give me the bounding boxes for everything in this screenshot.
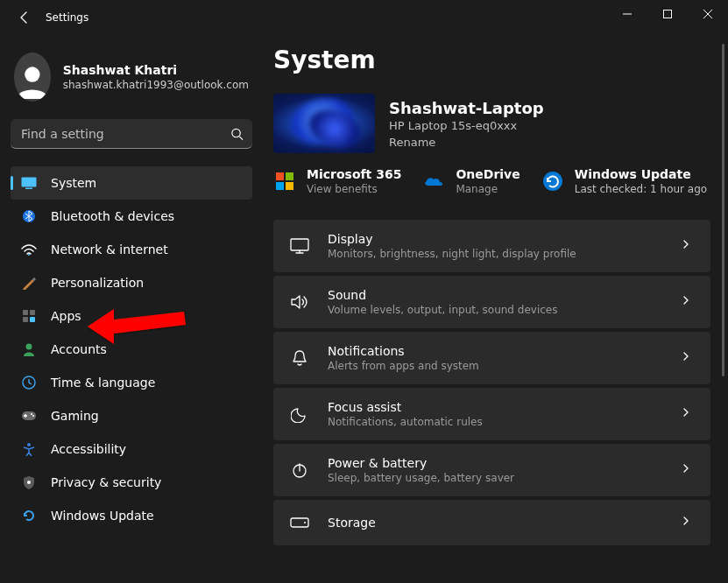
card-title: Display: [328, 232, 681, 246]
sidebar-item-label: Apps: [51, 309, 81, 323]
svg-point-6: [28, 254, 30, 256]
sidebar-item-personalization[interactable]: Personalization: [11, 266, 252, 299]
svg-point-1: [25, 67, 39, 81]
search-box[interactable]: [11, 119, 252, 149]
svg-point-11: [26, 344, 32, 350]
rename-link[interactable]: Rename: [389, 136, 544, 149]
minimize-icon: [623, 10, 632, 18]
m365-icon: [273, 170, 296, 193]
card-title: Storage: [328, 516, 681, 530]
accounts-icon: [21, 341, 37, 357]
sidebar-item-bluetooth[interactable]: Bluetooth & devices: [11, 200, 252, 233]
svg-point-14: [31, 413, 32, 415]
svg-point-17: [27, 481, 31, 484]
sidebar-item-time[interactable]: Time & language: [11, 366, 252, 399]
quick-link-winupdate[interactable]: Windows UpdateLast checked: 1 hour ago: [541, 167, 707, 195]
arrow-left-icon: [18, 11, 32, 25]
system-icon: [21, 175, 37, 191]
sidebar-item-apps[interactable]: Apps: [11, 299, 252, 333]
card-subtitle: Monitors, brightness, night light, displ…: [328, 248, 681, 260]
svg-rect-18: [276, 172, 284, 180]
chevron-right-icon: [681, 463, 695, 477]
privacy-icon: [21, 474, 37, 490]
sidebar-item-label: Windows Update: [51, 509, 154, 523]
minimize-button[interactable]: [607, 0, 647, 28]
device-wallpaper-thumb[interactable]: [273, 94, 375, 153]
sidebar-item-label: System: [51, 176, 96, 190]
setting-card-storage[interactable]: Storage: [273, 500, 710, 545]
gaming-icon: [21, 408, 37, 424]
sidebar-item-label: Gaming: [51, 409, 99, 423]
profile-name: Shashwat Khatri: [63, 63, 249, 77]
card-subtitle: Alerts from apps and system: [328, 360, 681, 372]
sidebar-item-network[interactable]: Network & internet: [11, 233, 252, 266]
svg-point-15: [32, 415, 34, 417]
profile-section[interactable]: Shashwat Khatri shashwat.khatri1993@outl…: [11, 46, 252, 119]
close-icon: [703, 10, 712, 18]
setting-card-display[interactable]: DisplayMonitors, brightness, night light…: [273, 220, 710, 272]
quick-sub: Last checked: 1 hour ago: [575, 183, 707, 195]
winupdate-icon: [541, 170, 564, 193]
svg-point-26: [304, 522, 306, 523]
chevron-right-icon: [681, 516, 695, 530]
sidebar-item-update[interactable]: Windows Update: [11, 499, 252, 532]
network-icon: [21, 242, 37, 257]
sidebar-item-accessibility[interactable]: Accessibility: [11, 432, 252, 466]
device-header: Shashwat-Laptop HP Laptop 15s-eq0xxx Ren…: [273, 94, 710, 153]
quick-links-row: Microsoft 365View benefitsOneDriveManage…: [273, 167, 710, 195]
page-title: System: [273, 46, 710, 74]
bluetooth-icon: [21, 208, 37, 224]
setting-card-sound[interactable]: SoundVolume levels, output, input, sound…: [273, 276, 710, 328]
card-title: Focus assist: [328, 400, 681, 414]
setting-card-power[interactable]: Power & batterySleep, battery usage, bat…: [273, 444, 710, 496]
nav-list: SystemBluetooth & devicesNetwork & inter…: [11, 166, 252, 532]
quick-link-onedrive[interactable]: OneDriveManage: [422, 167, 519, 195]
titlebar: Settings: [0, 0, 728, 35]
card-title: Sound: [328, 288, 681, 302]
device-name: Shashwat-Laptop: [389, 99, 544, 117]
card-subtitle: Volume levels, output, input, sound devi…: [328, 304, 681, 316]
sidebar-item-system[interactable]: System: [11, 166, 252, 200]
sidebar-item-label: Bluetooth & devices: [51, 209, 174, 223]
quick-link-m365[interactable]: Microsoft 365View benefits: [273, 167, 401, 195]
quick-title: OneDrive: [456, 167, 519, 181]
notifications-icon: [289, 348, 310, 369]
sidebar-item-label: Network & internet: [51, 242, 168, 256]
settings-card-list: DisplayMonitors, brightness, night light…: [273, 220, 710, 545]
focus-icon: [289, 404, 310, 425]
sound-icon: [289, 292, 310, 313]
close-button[interactable]: [688, 0, 728, 28]
svg-point-22: [543, 172, 562, 191]
svg-rect-3: [22, 178, 37, 187]
display-icon: [289, 235, 310, 256]
personalization-icon: [21, 275, 37, 291]
card-title: Notifications: [328, 344, 681, 358]
scrollbar[interactable]: [722, 44, 724, 376]
sidebar-item-label: Accessibility: [51, 442, 126, 456]
storage-icon: [289, 512, 310, 533]
sidebar-item-gaming[interactable]: Gaming: [11, 399, 252, 432]
apps-icon: [21, 308, 37, 324]
setting-card-focus[interactable]: Focus assistNotifications, automatic rul…: [273, 388, 710, 440]
accessibility-icon: [21, 441, 37, 457]
card-title: Power & battery: [328, 456, 681, 470]
setting-card-notifications[interactable]: NotificationsAlerts from apps and system: [273, 332, 710, 384]
sidebar-item-accounts[interactable]: Accounts: [11, 333, 252, 366]
sidebar-item-label: Accounts: [51, 342, 107, 356]
sidebar-item-label: Time & language: [51, 376, 155, 390]
quick-sub[interactable]: Manage: [456, 183, 519, 195]
svg-rect-19: [286, 172, 293, 180]
quick-title: Windows Update: [575, 167, 707, 181]
search-input[interactable]: [11, 119, 252, 149]
svg-rect-9: [23, 317, 28, 322]
sidebar-item-privacy[interactable]: Privacy & security: [11, 466, 252, 499]
onedrive-icon: [422, 170, 445, 193]
quick-sub[interactable]: View benefits: [307, 183, 401, 195]
maximize-button[interactable]: [647, 0, 688, 28]
svg-rect-10: [30, 317, 35, 322]
chevron-right-icon: [681, 239, 695, 253]
chevron-right-icon: [681, 295, 695, 309]
svg-rect-7: [23, 310, 28, 315]
sidebar-item-label: Privacy & security: [51, 475, 161, 489]
back-button[interactable]: [16, 9, 33, 26]
